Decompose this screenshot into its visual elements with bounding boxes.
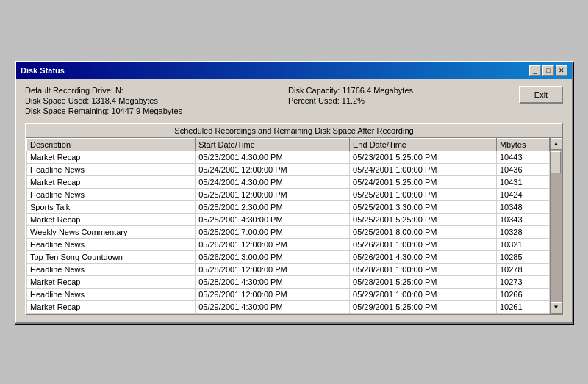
table-cell-3-0: Headline News <box>27 188 196 200</box>
table-cell-10-2: 05/28/2001 5:25:00 PM <box>350 275 497 288</box>
scrollbar-thumb[interactable] <box>551 151 561 173</box>
table-cell-6-1: 05/25/2001 7:00:00 PM <box>196 225 350 238</box>
table-cell-9-1: 05/28/2001 12:00:00 PM <box>196 263 350 275</box>
table-cell-6-3: 10328 <box>496 225 549 238</box>
table-cell-11-1: 05/29/2001 12:00:00 PM <box>196 288 350 300</box>
table-cell-1-1: 05/24/2001 12:00:00 PM <box>196 163 350 175</box>
table-cell-0-3: 10443 <box>496 151 549 163</box>
recordings-table-container: Scheduled Recordings and Remaining Disk … <box>25 123 563 315</box>
disk-status-window: Disk Status _ □ ✕ Default Recording Driv… <box>15 61 573 324</box>
exit-button[interactable]: Exit <box>519 86 563 104</box>
recordings-table: Description Start Date/Time End Date/Tim… <box>26 138 550 314</box>
window-content: Default Recording Drive: N: Disk Space U… <box>16 79 572 322</box>
table-row: Market Recap05/28/2001 4:30:00 PM05/28/2… <box>27 275 550 288</box>
table-cell-12-0: Market Recap <box>27 300 196 313</box>
table-cell-9-0: Headline News <box>27 263 196 275</box>
percent-used-label: Percent Used: 11.2% <box>288 96 413 105</box>
table-body: Market Recap05/23/2001 4:30:00 PM05/23/2… <box>27 151 550 313</box>
table-row: Market Recap05/23/2001 4:30:00 PM05/23/2… <box>27 151 550 163</box>
table-cell-8-2: 05/26/2001 4:30:00 PM <box>350 250 497 263</box>
window-title: Disk Status <box>21 66 65 75</box>
table-row: Market Recap05/25/2001 4:30:00 PM05/25/2… <box>27 213 550 225</box>
table-cell-5-2: 05/25/2001 5:25:00 PM <box>350 213 497 225</box>
info-left: Default Recording Drive: N: Disk Space U… <box>25 86 182 115</box>
table-cell-10-3: 10273 <box>496 275 549 288</box>
table-cell-12-1: 05/29/2001 4:30:00 PM <box>196 300 350 313</box>
col-start-date: Start Date/Time <box>196 138 350 151</box>
disk-capacity-label: Disk Capacity: 11766.4 Megabytes <box>288 86 413 95</box>
table-row: Headline News05/25/2001 12:00:00 PM05/25… <box>27 188 550 200</box>
table-cell-6-2: 05/25/2001 8:00:00 PM <box>350 225 497 238</box>
table-cell-9-2: 05/28/2001 1:00:00 PM <box>350 263 497 275</box>
table-cell-7-2: 05/26/2001 1:00:00 PM <box>350 238 497 250</box>
table-cell-1-3: 10436 <box>496 163 549 175</box>
table-cell-4-1: 05/25/2001 2:30:00 PM <box>196 200 350 213</box>
title-bar-controls: _ □ ✕ <box>529 65 567 76</box>
table-row: Headline News05/29/2001 12:00:00 PM05/29… <box>27 288 550 300</box>
table-cell-4-3: 10348 <box>496 200 549 213</box>
table-row: Sports Talk05/25/2001 2:30:00 PM05/25/20… <box>27 200 550 213</box>
table-cell-12-2: 05/29/2001 5:25:00 PM <box>350 300 497 313</box>
table-cell-10-0: Market Recap <box>27 275 196 288</box>
table-cell-4-0: Sports Talk <box>27 200 196 213</box>
default-drive-label: Default Recording Drive: N: <box>25 86 182 95</box>
col-description: Description <box>27 138 196 151</box>
col-mbytes: Mbytes <box>496 138 549 151</box>
table-wrapper: Description Start Date/Time End Date/Tim… <box>26 138 562 314</box>
table-cell-3-1: 05/25/2001 12:00:00 PM <box>196 188 350 200</box>
table-cell-11-0: Headline News <box>27 288 196 300</box>
scroll-down-button[interactable]: ▼ <box>551 302 562 314</box>
table-title: Scheduled Recordings and Remaining Disk … <box>26 124 562 138</box>
table-cell-11-3: 10266 <box>496 288 549 300</box>
table-row: Market Recap05/24/2001 4:30:00 PM05/24/2… <box>27 175 550 188</box>
table-cell-8-0: Top Ten Song Countdown <box>27 250 196 263</box>
scrollbar-track[interactable] <box>551 150 562 302</box>
table-cell-0-2: 05/23/2001 5:25:00 PM <box>350 151 497 163</box>
table-row: Headline News05/28/2001 12:00:00 PM05/28… <box>27 263 550 275</box>
table-cell-11-2: 05/29/2001 1:00:00 PM <box>350 288 497 300</box>
close-button[interactable]: ✕ <box>556 65 567 76</box>
col-end-date: End Date/Time <box>350 138 497 151</box>
table-cell-0-1: 05/23/2001 4:30:00 PM <box>196 151 350 163</box>
minimize-button[interactable]: _ <box>529 65 541 76</box>
scroll-up-button[interactable]: ▲ <box>551 138 562 150</box>
table-cell-2-1: 05/24/2001 4:30:00 PM <box>196 175 350 188</box>
table-cell-2-0: Market Recap <box>27 175 196 188</box>
vertical-scrollbar[interactable]: ▲ ▼ <box>550 138 562 314</box>
table-cell-1-2: 05/24/2001 1:00:00 PM <box>350 163 497 175</box>
maximize-button[interactable]: □ <box>542 65 554 76</box>
table-row: Headline News05/24/2001 12:00:00 PM05/24… <box>27 163 550 175</box>
table-cell-2-2: 05/24/2001 5:25:00 PM <box>350 175 497 188</box>
table-cell-6-0: Weekly News Commentary <box>27 225 196 238</box>
table-row: Headline News05/26/2001 12:00:00 PM05/26… <box>27 238 550 250</box>
table-cell-10-1: 05/28/2001 4:30:00 PM <box>196 275 350 288</box>
table-cell-3-2: 05/25/2001 1:00:00 PM <box>350 188 497 200</box>
table-cell-12-3: 10261 <box>496 300 549 313</box>
table-cell-0-0: Market Recap <box>27 151 196 163</box>
table-header-row: Description Start Date/Time End Date/Tim… <box>27 138 550 151</box>
table-cell-8-1: 05/26/2001 3:00:00 PM <box>196 250 350 263</box>
table-cell-5-1: 05/25/2001 4:30:00 PM <box>196 213 350 225</box>
disk-space-remaining-label: Disk Space Remaining: 10447.9 Megabytes <box>25 106 182 115</box>
table-cell-8-3: 10285 <box>496 250 549 263</box>
info-right: Disk Capacity: 11766.4 Megabytes Percent… <box>288 86 413 105</box>
table-row: Market Recap05/29/2001 4:30:00 PM05/29/2… <box>27 300 550 313</box>
table-cell-7-0: Headline News <box>27 238 196 250</box>
title-bar: Disk Status _ □ ✕ <box>16 62 572 79</box>
table-cell-7-3: 10321 <box>496 238 549 250</box>
table-cell-2-3: 10431 <box>496 175 549 188</box>
table-cell-4-2: 05/25/2001 3:30:00 PM <box>350 200 497 213</box>
table-cell-9-3: 10278 <box>496 263 549 275</box>
table-cell-7-1: 05/26/2001 12:00:00 PM <box>196 238 350 250</box>
table-cell-5-3: 10343 <box>496 213 549 225</box>
table-row: Top Ten Song Countdown05/26/2001 3:00:00… <box>27 250 550 263</box>
disk-space-used-label: Disk Space Used: 1318.4 Megabytes <box>25 96 182 105</box>
info-section: Default Recording Drive: N: Disk Space U… <box>25 86 563 115</box>
table-cell-1-0: Headline News <box>27 163 196 175</box>
table-cell-5-0: Market Recap <box>27 213 196 225</box>
table-row: Weekly News Commentary05/25/2001 7:00:00… <box>27 225 550 238</box>
table-cell-3-3: 10424 <box>496 188 549 200</box>
